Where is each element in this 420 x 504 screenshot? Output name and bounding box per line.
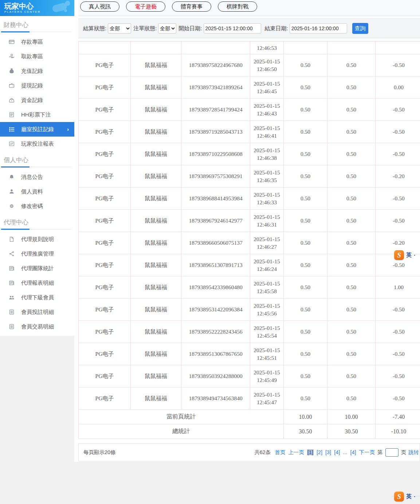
report-chart-icon [9, 141, 15, 147]
sidebar-item-agent-sub-members[interactable]: 代理下級會員 [0, 290, 74, 305]
cell-valid-amount: 0.50 [327, 76, 376, 98]
clipboard-icon [9, 280, 15, 286]
money-bag-icon [9, 68, 15, 74]
sidebar-item-agent-team-stats[interactable]: 代理團隊統計 [0, 261, 74, 276]
sidebar-item-profile[interactable]: 個人資料 [0, 184, 74, 199]
page-link[interactable]: [3] [325, 449, 331, 455]
sidebar-item-withdraw-area[interactable]: 取款專區 [0, 49, 74, 64]
sidebar-item-withdraw-records[interactable]: 提現記錄 [0, 78, 74, 93]
start-date-input[interactable] [204, 23, 261, 34]
page-link-current[interactable]: [1] [307, 449, 314, 455]
cell-datetime: 2025-01-1512:46:35 [250, 165, 284, 187]
jump-go-link[interactable]: 跳转 [408, 449, 419, 456]
cell-profit: 0.00 [376, 76, 420, 98]
cell-order-id: 1879389522228243456 [181, 321, 250, 343]
table-row: PG电子鼠鼠福福18793895039242880002025-01-1512:… [79, 365, 420, 387]
page-link[interactable]: [4] [350, 449, 356, 455]
cell-provider: PG电子 [79, 232, 131, 254]
cell-date: 2025-01-15 [254, 146, 280, 154]
cell-time: 12:46:27 [254, 243, 280, 251]
sidebar-item-fund-records[interactable]: 資金記錄 [0, 93, 74, 107]
cell-game [131, 42, 181, 54]
list-doc-icon [9, 309, 15, 315]
sidebar-item-label: 充值記錄 [21, 68, 43, 75]
sidebar-item-recharge-records[interactable]: 充值記錄 [0, 64, 74, 78]
sidebar-item-agent-report-detail[interactable]: 代理報表明細 [0, 276, 74, 290]
cell-game: 鼠鼠福福 [131, 76, 181, 98]
cell-provider: PG电子 [79, 276, 131, 298]
cell-game: 鼠鼠福福 [131, 99, 181, 121]
table-row: PG电子鼠鼠福福18793896605060751372025-01-1512:… [79, 232, 420, 254]
cell-bet-amount: 0.50 [284, 188, 327, 209]
cell-datetime: 2025-01-1512:46:45 [250, 76, 284, 98]
table-row: PG电子鼠鼠福福18793894947345638402025-01-1512:… [79, 387, 420, 410]
cell-bet-amount: 0.50 [284, 121, 327, 143]
page: 玩家中心 PLAYERS CENTER 財務中心存款專區取款專區充值記錄提現記錄… [0, 0, 420, 504]
order-status-select[interactable]: 全部 [158, 23, 176, 34]
ime-mode-label[interactable]: 英 [406, 252, 412, 259]
page-link[interactable]: 下一页 [359, 449, 375, 456]
tab-electronic-games[interactable]: 電子遊藝 [126, 1, 165, 12]
cell-datetime: 2025-01-1512:46:43 [250, 99, 284, 121]
tab-live-video[interactable]: 真人視訊 [80, 1, 119, 12]
settle-status-select[interactable]: 全部 [108, 23, 131, 34]
cell-time: 12:46:24 [254, 265, 280, 273]
chevron-right-icon: › [67, 126, 69, 132]
cell-time: 12:46:50 [254, 65, 280, 73]
search-button[interactable]: 查詢 [352, 23, 368, 34]
end-date-input[interactable] [290, 23, 347, 34]
doc-icon [9, 236, 15, 243]
cell-game: 鼠鼠福福 [131, 210, 181, 232]
cell-profit: -0.50 [376, 188, 420, 209]
sidebar-item-agent-rules[interactable]: 代理規則說明 [0, 232, 74, 247]
sidebar-item-member-bet-detail[interactable]: 會員投註明細 [0, 305, 74, 319]
sidebar-item-change-password[interactable]: 修改密碼 [0, 199, 74, 213]
jump-page-input[interactable] [385, 448, 399, 457]
sidebar-item-agent-promotion[interactable]: 代理推廣管理 [0, 247, 74, 261]
ime-mode-label[interactable]: 英 [406, 493, 412, 500]
sidebar-item-deposit-area[interactable]: 存款專區 [0, 35, 74, 49]
cell-date: 2025-01-15 [254, 102, 280, 110]
start-date-label: 開始日期: [178, 25, 202, 32]
page-link[interactable]: 首页 [275, 449, 285, 456]
sogou-ime-icon[interactable]: S [394, 492, 404, 501]
sidebar-item-player-bet-report[interactable]: 玩家投注報表 [0, 137, 74, 151]
cell-valid-amount: 0.50 [327, 365, 376, 387]
cell-bet-amount: 0.50 [284, 343, 327, 365]
sidebar-item-member-trade-detail[interactable]: 會員交易明細 [0, 319, 74, 334]
ime-indicator-top: S 英 · [394, 250, 416, 260]
tab-sports-events[interactable]: 體育賽事 [172, 1, 211, 12]
sogou-ime-icon[interactable]: S [394, 250, 404, 260]
cell-time: 12:45:56 [254, 310, 280, 317]
cell-time: 12:45:47 [254, 398, 280, 406]
page-link[interactable]: ... [343, 449, 347, 455]
cell-bet-amount: 0.50 [284, 99, 327, 121]
summary-profit: -10.10 [376, 424, 420, 438]
pagination-bar: 每頁顯示20條 共62条 首页上一页[1][2][3][4]...[4]下一页 … [78, 443, 420, 461]
cell-provider: PG电子 [79, 54, 131, 76]
sidebar-item-hh-lottery-bets[interactable]: HH彩票下注 [0, 107, 74, 122]
page-link[interactable]: [4] [334, 449, 340, 455]
cell-time: 12:45:58 [254, 287, 280, 295]
page-size-label: 每頁顯示20條 [79, 449, 116, 456]
total-count-label: 共62条 [254, 449, 271, 456]
sidebar-item-label: 代理團隊統計 [21, 265, 54, 272]
sidebar-item-room-bet-records[interactable]: 廳室投註記錄› [0, 122, 74, 137]
cell-date: 2025-01-15 [254, 58, 280, 65]
cell-valid-amount: 0.50 [327, 165, 376, 187]
page-link[interactable]: 上一页 [288, 449, 304, 456]
cell-provider: PG电子 [79, 299, 131, 320]
cell-provider: PG电子 [79, 188, 131, 209]
purse-icon [9, 97, 15, 103]
page-link[interactable]: [2] [317, 449, 322, 455]
table-row: PG电子鼠鼠福福18793897102295086082025-01-1512:… [79, 143, 420, 165]
bank-card-icon [9, 39, 15, 45]
sidebar-section-title: 個人中心 [0, 151, 74, 166]
sidebar-item-announcements[interactable]: 消息公告 [0, 170, 74, 184]
cell-valid-amount [327, 42, 376, 54]
cell-bet-amount: 0.50 [284, 387, 327, 409]
cell-valid-amount: 0.50 [327, 387, 376, 409]
tab-board-card-battle[interactable]: 棋牌對戰 [218, 1, 257, 12]
cell-valid-amount: 0.50 [327, 143, 376, 165]
cell-profit: -0.50 [376, 365, 420, 387]
